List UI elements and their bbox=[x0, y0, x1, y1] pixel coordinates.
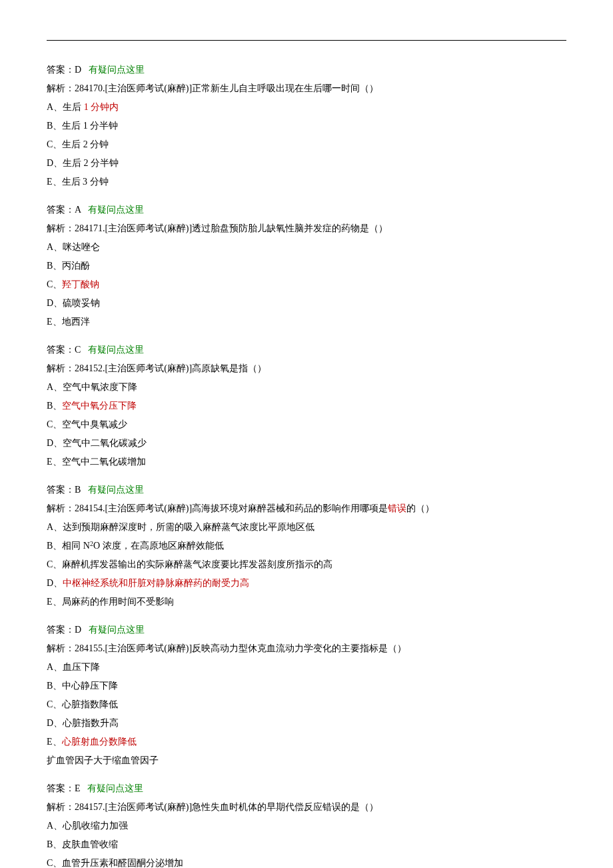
answer-line: 答案：B 有疑问点这里 bbox=[47, 481, 566, 499]
question-block-2: 答案：A 有疑问点这里 解析：284171.[主治医师考试(麻醉)]透过胎盘预防… bbox=[47, 201, 566, 331]
option-b: B、中心静压下降 bbox=[47, 677, 566, 695]
answer-line: 答案：C 有疑问点这里 bbox=[47, 341, 566, 359]
question-link[interactable]: 有疑问点这里 bbox=[88, 485, 144, 495]
question-link[interactable]: 有疑问点这里 bbox=[88, 345, 144, 355]
answer-label: 答案：B bbox=[47, 485, 81, 495]
question-stem: 解析：284155.[主治医师考试(麻醉)]反映高动力型休克血流动力学变化的主要… bbox=[47, 639, 566, 658]
option-c: C、心脏指数降低 bbox=[47, 695, 566, 714]
option-b: B、丙泊酚 bbox=[47, 257, 566, 275]
header-rule bbox=[47, 40, 566, 41]
option-e: E、地西泮 bbox=[47, 313, 566, 331]
option-e: E、心脏射血分数降低 bbox=[47, 733, 566, 751]
option-c: C、空气中臭氧减少 bbox=[47, 415, 566, 434]
option-d: D、空气中二氧化碳减少 bbox=[47, 434, 566, 453]
answer-line: 答案：E 有疑问点这里 bbox=[47, 779, 566, 798]
option-d: D、心脏指数升高 bbox=[47, 714, 566, 733]
question-block-6: 答案：E 有疑问点这里 解析：284157.[主治医师考试(麻醉)]急性失血时机… bbox=[47, 779, 566, 868]
question-stem: 解析：284157.[主治医师考试(麻醉)]急性失血时机体的早期代偿反应错误的是… bbox=[47, 798, 566, 817]
answer-label: 答案：C bbox=[47, 345, 81, 355]
option-e: E、空气中二氧化碳增加 bbox=[47, 453, 566, 471]
option-a: A、生后 1 分钟内 bbox=[47, 98, 566, 117]
answer-line: 答案：A 有疑问点这里 bbox=[47, 201, 566, 219]
answer-line: 答案：D 有疑问点这里 bbox=[47, 621, 566, 639]
option-d: D、生后 2 分半钟 bbox=[47, 154, 566, 173]
question-link[interactable]: 有疑问点这里 bbox=[89, 625, 145, 635]
note-line: 扩血管因子大于缩血管因子 bbox=[47, 751, 566, 770]
answer-label: 答案：E bbox=[47, 783, 81, 793]
option-b: B、皮肤血管收缩 bbox=[47, 835, 566, 854]
option-d: D、中枢神经系统和肝脏对静脉麻醉药的耐受力高 bbox=[47, 574, 566, 593]
question-link[interactable]: 有疑问点这里 bbox=[87, 783, 143, 793]
question-stem: 解析：284171.[主治医师考试(麻醉)]透过胎盘预防胎儿缺氧性脑并发症的药物… bbox=[47, 219, 566, 238]
question-link[interactable]: 有疑问点这里 bbox=[88, 205, 144, 215]
option-b: B、生后 1 分半钟 bbox=[47, 117, 566, 135]
option-a: A、达到预期麻醉深度时，所需的吸入麻醉蒸气浓度比平原地区低 bbox=[47, 518, 566, 537]
question-stem: 解析：284170.[主治医师考试(麻醉)]正常新生儿自主呼吸出现在生后哪一时间… bbox=[47, 79, 566, 98]
option-d: D、硫喷妥钠 bbox=[47, 294, 566, 313]
answer-label: 答案：D bbox=[47, 65, 81, 75]
question-block-3: 答案：C 有疑问点这里 解析：284152.[主治医师考试(麻醉)]高原缺氧是指… bbox=[47, 341, 566, 471]
option-e: E、局麻药的作用时间不受影响 bbox=[47, 593, 566, 611]
answer-line: 答案：D 有疑问点这里 bbox=[47, 61, 566, 79]
option-c: C、麻醉机挥发器输出的实际麻醉蒸气浓度要比挥发器刻度所指示的高 bbox=[47, 555, 566, 574]
answer-label: 答案：D bbox=[47, 625, 81, 635]
option-a: A、心肌收缩力加强 bbox=[47, 817, 566, 835]
question-block-4: 答案：B 有疑问点这里 解析：284154.[主治医师考试(麻醉)]高海拔环境对… bbox=[47, 481, 566, 611]
option-c: C、血管升压素和醛固酮分泌增加 bbox=[47, 854, 566, 868]
option-b: B、空气中氧分压下降 bbox=[47, 397, 566, 415]
option-a: A、空气中氧浓度下降 bbox=[47, 378, 566, 397]
question-block-1: 答案：D 有疑问点这里 解析：284170.[主治医师考试(麻醉)]正常新生儿自… bbox=[47, 61, 566, 191]
option-b: B、相同 N2O 浓度，在高原地区麻醉效能低 bbox=[47, 537, 566, 555]
question-stem: 解析：284152.[主治医师考试(麻醉)]高原缺氧是指（） bbox=[47, 359, 566, 378]
question-stem: 解析：284154.[主治医师考试(麻醉)]高海拔环境对麻醉器械和药品的影响作用… bbox=[47, 499, 566, 518]
answer-label: 答案：A bbox=[47, 205, 81, 215]
option-c: C、羟丁酸钠 bbox=[47, 275, 566, 294]
option-a: A、咪达唑仑 bbox=[47, 238, 566, 257]
option-c: C、生后 2 分钟 bbox=[47, 135, 566, 154]
question-link[interactable]: 有疑问点这里 bbox=[89, 65, 145, 75]
option-e: E、生后 3 分钟 bbox=[47, 173, 566, 191]
question-block-5: 答案：D 有疑问点这里 解析：284155.[主治医师考试(麻醉)]反映高动力型… bbox=[47, 621, 566, 770]
option-a: A、血压下降 bbox=[47, 658, 566, 677]
